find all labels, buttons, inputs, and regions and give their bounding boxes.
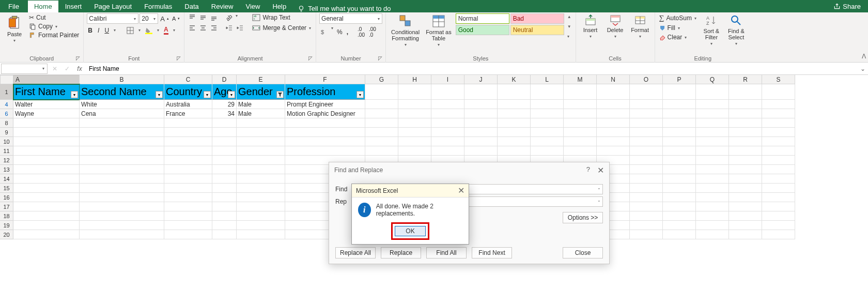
cell[interactable]	[431, 146, 464, 156]
cell[interactable]	[597, 146, 630, 156]
cell[interactable]: 29	[212, 100, 237, 109]
cell[interactable]	[164, 128, 212, 137]
cell[interactable]	[365, 100, 398, 109]
font-color-button[interactable]: A	[163, 25, 169, 35]
close-button[interactable]: Close	[563, 247, 603, 258]
enter-formula-button[interactable]: ✓	[61, 65, 73, 72]
row-header[interactable]: 15	[0, 184, 13, 193]
cell[interactable]: White	[80, 100, 164, 109]
filter-active-button[interactable]	[276, 91, 284, 98]
share-button[interactable]: Share	[826, 0, 868, 12]
cell[interactable]	[630, 211, 663, 221]
formula-input[interactable]	[86, 64, 858, 74]
cell[interactable]	[696, 230, 729, 239]
cell[interactable]	[498, 128, 531, 137]
cell[interactable]: Motion Graphic Designer	[285, 109, 365, 118]
cell[interactable]	[630, 174, 663, 184]
cell[interactable]	[762, 230, 795, 239]
col-header[interactable]: H	[398, 75, 431, 84]
cell[interactable]	[80, 211, 164, 221]
cell[interactable]	[398, 100, 431, 109]
fill-button[interactable]: Fill▾	[658, 24, 698, 32]
cell[interactable]	[696, 118, 729, 128]
row-header[interactable]: 18	[0, 211, 13, 221]
cell[interactable]	[663, 202, 696, 211]
cut-button[interactable]: ✂ Cut	[28, 13, 80, 22]
dialog-launcher-icon[interactable]: ◸	[176, 55, 182, 62]
row-header[interactable]: 10	[0, 137, 13, 146]
cell[interactable]	[13, 146, 80, 156]
cell[interactable]: Male	[237, 109, 285, 118]
cell[interactable]	[431, 128, 464, 137]
cell[interactable]	[80, 174, 164, 184]
cell[interactable]	[630, 146, 663, 156]
col-header[interactable]: D	[212, 75, 237, 84]
cell[interactable]	[237, 146, 285, 156]
cell[interactable]	[564, 100, 597, 109]
cell[interactable]	[80, 156, 164, 165]
cell[interactable]	[630, 221, 663, 230]
cell[interactable]	[164, 146, 212, 156]
cell[interactable]	[212, 128, 237, 137]
cell[interactable]	[531, 146, 564, 156]
cell[interactable]	[237, 211, 285, 221]
cell[interactable]	[212, 211, 237, 221]
cell[interactable]	[663, 165, 696, 174]
styles-more-button[interactable]: ▾	[567, 34, 571, 39]
decrease-decimal-button[interactable]: .00.0	[368, 26, 377, 38]
tab-insert[interactable]: Insert	[59, 1, 88, 12]
row-header[interactable]: 4	[0, 100, 13, 109]
style-normal[interactable]: Normal	[456, 13, 509, 24]
cell[interactable]	[762, 202, 795, 211]
find-all-button[interactable]: Find All	[426, 247, 467, 258]
format-cells-button[interactable]: Format▾	[629, 13, 652, 40]
cell[interactable]	[80, 230, 164, 239]
cell[interactable]	[464, 109, 498, 118]
cell[interactable]: Male	[237, 100, 285, 109]
cell[interactable]	[398, 137, 431, 146]
tellme-search[interactable]: Tell me what you want to do	[298, 5, 391, 12]
filter-button[interactable]: ▼	[156, 91, 163, 98]
cell[interactable]	[696, 109, 729, 118]
cell[interactable]	[696, 100, 729, 109]
fill-color-button[interactable]	[144, 26, 153, 35]
row-header[interactable]: 6	[0, 109, 13, 118]
cell[interactable]	[398, 109, 431, 118]
cell[interactable]	[13, 137, 80, 146]
cell[interactable]	[663, 184, 696, 193]
conditional-formatting-button[interactable]: Conditional Formatting▾	[389, 13, 422, 48]
cell[interactable]	[212, 202, 237, 211]
col-header[interactable]: R	[729, 75, 762, 84]
style-good[interactable]: Good	[456, 25, 509, 35]
col-header[interactable]: I	[431, 75, 464, 84]
cell[interactable]	[498, 109, 531, 118]
replace-all-button[interactable]: Replace All	[335, 247, 376, 258]
cell[interactable]	[564, 146, 597, 156]
autosum-button[interactable]: ∑AutoSum▾	[658, 13, 698, 23]
cell[interactable]	[365, 118, 398, 128]
insert-cells-button[interactable]: Insert▾	[579, 13, 602, 40]
cell[interactable]	[696, 156, 729, 165]
cell[interactable]	[365, 84, 398, 100]
cell[interactable]	[531, 128, 564, 137]
cell[interactable]	[696, 84, 729, 100]
cell[interactable]	[285, 128, 365, 137]
accounting-format-button[interactable]: $	[319, 26, 329, 38]
col-header[interactable]: M	[564, 75, 597, 84]
cell[interactable]	[663, 84, 696, 100]
cell[interactable]	[398, 84, 431, 100]
comma-button[interactable]: ,	[346, 26, 349, 38]
underline-button[interactable]: U	[103, 26, 110, 35]
col-header[interactable]: K	[498, 75, 531, 84]
cell[interactable]	[663, 156, 696, 165]
cell[interactable]	[212, 174, 237, 184]
header-cell-gender[interactable]: Gender	[237, 84, 285, 100]
cell[interactable]	[729, 211, 762, 221]
wrap-text-button[interactable]: abc Wrap Text	[251, 13, 313, 22]
cell[interactable]	[696, 202, 729, 211]
italic-button[interactable]: I	[97, 26, 100, 35]
cell[interactable]: Cena	[80, 109, 164, 118]
cell[interactable]	[285, 118, 365, 128]
col-header[interactable]: L	[531, 75, 564, 84]
cell[interactable]	[80, 184, 164, 193]
